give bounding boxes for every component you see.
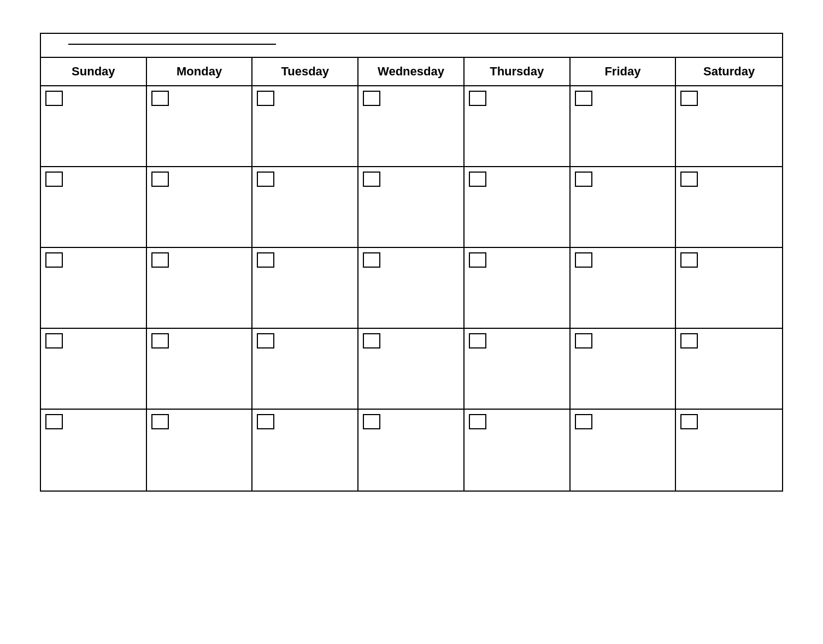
calendar: SundayMondayTuesdayWednesdayThursdayFrid… <box>40 33 783 492</box>
date-number-box <box>45 414 63 429</box>
calendar-cell <box>147 329 253 410</box>
date-number-box <box>45 91 63 106</box>
date-number-box <box>469 252 486 268</box>
calendar-cell <box>571 167 677 248</box>
date-number-box <box>680 91 698 106</box>
day-header-tuesday: Tuesday <box>252 58 358 85</box>
calendar-cell <box>147 86 253 167</box>
date-number-box <box>575 414 592 429</box>
calendar-cell <box>676 86 782 167</box>
calendar-cell <box>676 167 782 248</box>
date-number-box <box>151 252 169 268</box>
date-number-box <box>45 333 63 348</box>
calendar-cell <box>252 167 358 248</box>
month-header <box>41 34 782 58</box>
date-number-box <box>257 172 274 187</box>
date-number-box <box>257 414 274 429</box>
calendar-cell <box>571 248 677 329</box>
calendar-cell <box>358 410 465 491</box>
calendar-cell <box>41 86 147 167</box>
day-header-monday: Monday <box>147 58 253 85</box>
calendar-cell <box>465 167 571 248</box>
date-number-box <box>363 414 380 429</box>
calendar-grid <box>41 86 782 491</box>
date-number-box <box>363 91 380 106</box>
date-number-box <box>151 333 169 348</box>
date-number-box <box>45 252 63 268</box>
calendar-cell <box>358 167 465 248</box>
calendar-cell <box>571 86 677 167</box>
date-number-box <box>257 91 274 106</box>
calendar-cell <box>147 167 253 248</box>
date-number-box <box>257 252 274 268</box>
calendar-cell <box>41 248 147 329</box>
date-number-box <box>575 172 592 187</box>
date-number-box <box>469 91 486 106</box>
day-header-sunday: Sunday <box>41 58 147 85</box>
calendar-cell <box>571 329 677 410</box>
date-number-box <box>151 91 169 106</box>
date-number-box <box>469 172 486 187</box>
calendar-cell <box>252 86 358 167</box>
calendar-cell <box>465 248 571 329</box>
date-number-box <box>575 333 592 348</box>
calendar-cell <box>358 248 465 329</box>
calendar-cell <box>465 86 571 167</box>
date-number-box <box>680 333 698 348</box>
calendar-cell <box>676 410 782 491</box>
calendar-cell <box>41 329 147 410</box>
calendar-cell <box>147 248 253 329</box>
calendar-cell <box>252 248 358 329</box>
calendar-cell <box>41 410 147 491</box>
date-number-box <box>45 172 63 187</box>
calendar-cell <box>252 329 358 410</box>
date-number-box <box>257 333 274 348</box>
date-number-box <box>680 172 698 187</box>
month-line <box>68 44 276 45</box>
date-number-box <box>469 414 486 429</box>
day-header-saturday: Saturday <box>676 58 782 85</box>
date-number-box <box>151 172 169 187</box>
day-header-friday: Friday <box>571 58 677 85</box>
date-number-box <box>575 91 592 106</box>
date-number-box <box>363 172 380 187</box>
date-number-box <box>575 252 592 268</box>
date-number-box <box>151 414 169 429</box>
date-number-box <box>363 333 380 348</box>
calendar-cell <box>358 329 465 410</box>
calendar-cell <box>41 167 147 248</box>
calendar-cell <box>571 410 677 491</box>
day-header-thursday: Thursday <box>465 58 571 85</box>
calendar-cell <box>252 410 358 491</box>
day-header-wednesday: Wednesday <box>358 58 465 85</box>
calendar-cell <box>465 410 571 491</box>
date-number-box <box>680 252 698 268</box>
days-header: SundayMondayTuesdayWednesdayThursdayFrid… <box>41 58 782 86</box>
calendar-cell <box>676 329 782 410</box>
date-number-box <box>469 333 486 348</box>
calendar-cell <box>676 248 782 329</box>
calendar-cell <box>465 329 571 410</box>
calendar-cell <box>358 86 465 167</box>
date-number-box <box>363 252 380 268</box>
date-number-box <box>680 414 698 429</box>
calendar-cell <box>147 410 253 491</box>
